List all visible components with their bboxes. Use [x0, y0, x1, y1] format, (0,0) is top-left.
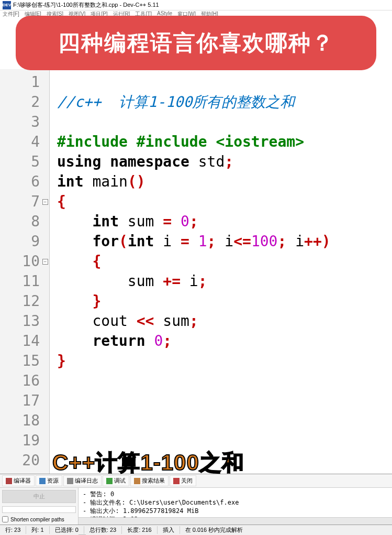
line-number: 8 — [0, 212, 40, 232]
code-line[interactable]: for(int i = 1; i<=100; i++) — [57, 232, 392, 252]
status-bar: 行: 23 列: 1 已选择: 0 总行数: 23 长度: 216 插入 在 0… — [0, 525, 392, 535]
window-title: F:\哆哆创客-练习\1-100所有整数之和.cpp - Dev-C++ 5.1… — [13, 1, 159, 9]
menu-item[interactable]: 文件[F] — [3, 10, 19, 17]
code-line[interactable]: #include #include <iostream> — [57, 132, 392, 152]
line-number: 16 — [0, 371, 40, 391]
code-line[interactable] — [57, 371, 392, 391]
status-ins: 插入 — [158, 526, 180, 534]
resource-icon — [39, 478, 46, 484]
line-number: 18 — [0, 411, 40, 431]
code-line[interactable]: return 0; — [57, 331, 392, 351]
fold-icon[interactable]: − — [42, 199, 48, 205]
line-number: 21 — [0, 471, 40, 474]
line-number: 20 — [0, 451, 40, 471]
code-line[interactable]: } — [57, 291, 392, 311]
code-line[interactable]: //c++ 计算1-100所有的整数之和 — [57, 92, 392, 112]
code-line[interactable]: cout << sum; — [57, 311, 392, 331]
compiler-icon — [6, 478, 12, 484]
code-line[interactable] — [57, 112, 392, 132]
line-number: 10 — [0, 252, 40, 271]
status-done: 在 0.016 秒内完成解析 — [180, 526, 392, 534]
shorten-checkbox[interactable]: Shorten compiler paths — [2, 516, 76, 522]
code-line[interactable]: } — [57, 351, 392, 371]
code-line[interactable]: using namespace std; — [57, 152, 392, 172]
line-number: 15 — [0, 351, 40, 371]
line-number: 9 — [0, 232, 40, 252]
line-number: 13 — [0, 311, 40, 331]
line-number: 7 — [0, 192, 40, 212]
search-icon — [134, 478, 140, 484]
code-line[interactable]: int main() — [57, 172, 392, 192]
line-number: 3 — [0, 112, 40, 132]
line-number: 1 — [0, 72, 40, 92]
debug-icon — [106, 478, 113, 484]
hscrollbar[interactable]: ◀ ▶ — [79, 517, 392, 525]
line-number: 19 — [0, 431, 40, 451]
code-line[interactable]: { — [57, 192, 392, 212]
line-number: 6 — [0, 172, 40, 192]
code-line[interactable]: { — [57, 252, 392, 271]
close-icon — [173, 478, 180, 484]
status-row: 行: 23 — [0, 526, 26, 534]
status-len: 长度: 216 — [122, 526, 157, 534]
title-bar: DEV F:\哆哆创客-练习\1-100所有整数之和.cpp - Dev-C++… — [0, 0, 392, 10]
line-number: 11 — [0, 271, 40, 291]
stop-button[interactable]: 中止 — [2, 490, 76, 503]
line-gutter: 1234567−8910−1112131415161718192021 — [0, 69, 50, 474]
code-line[interactable]: int sum = 0; — [57, 212, 392, 232]
line-number: 14 — [0, 331, 40, 351]
log-icon — [67, 478, 73, 484]
code-line[interactable] — [57, 391, 392, 411]
line-number: 4 — [0, 132, 40, 152]
status-col: 列: 1 — [26, 526, 49, 534]
code-line[interactable] — [57, 72, 392, 92]
line-number: 17 — [0, 391, 40, 411]
app-icon: DEV — [3, 1, 11, 9]
overlay-banner: 四种编程语言你喜欢哪种？ — [16, 16, 376, 70]
line-number: 5 — [0, 152, 40, 172]
code-line[interactable] — [57, 411, 392, 431]
tab-compiler[interactable]: 编译器 — [2, 475, 35, 486]
fold-icon[interactable]: − — [42, 259, 48, 265]
compiler-output[interactable]: - 警告: 0 - 输出文件名: C:\Users\user\Documents… — [79, 488, 392, 525]
line-number: 12 — [0, 291, 40, 311]
bottom-left: 中止 Shorten compiler paths — [0, 488, 79, 525]
editor-area[interactable]: 1234567−8910−1112131415161718192021 //c+… — [0, 69, 392, 474]
overlay-caption: C++计算1-100之和 — [52, 448, 244, 477]
empty-field[interactable] — [2, 506, 76, 513]
shorten-input[interactable] — [2, 516, 8, 522]
code-pane[interactable]: //c++ 计算1-100所有的整数之和#include #include <i… — [50, 69, 392, 474]
code-line[interactable]: sum += i; — [57, 271, 392, 291]
bottom-panel: 编译器 资源 编译日志 调试 搜索结果 关闭 中止 Shorten compil… — [0, 474, 392, 525]
line-number: 2 — [0, 92, 40, 112]
